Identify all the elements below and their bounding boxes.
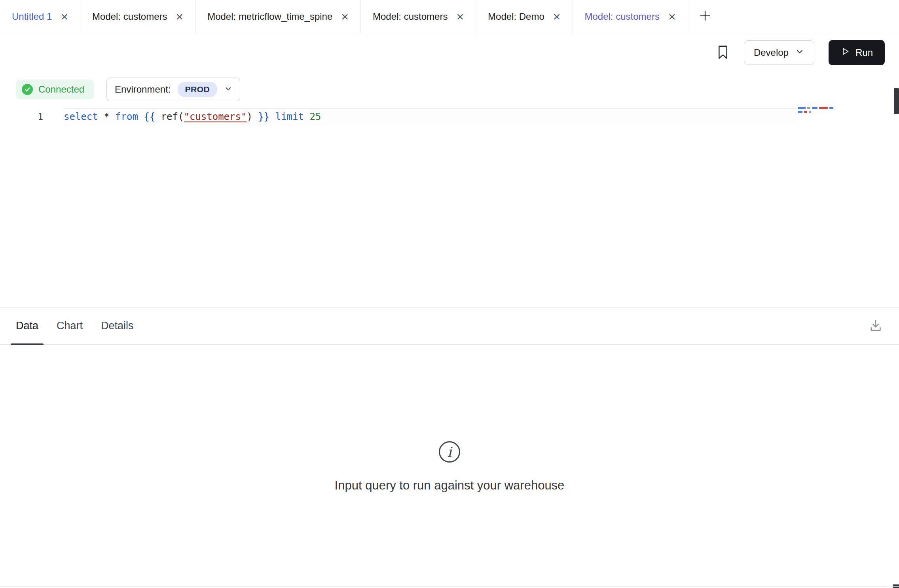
- code-token: "customers": [184, 111, 247, 122]
- code-token: ref(: [155, 111, 184, 122]
- tab-model-customers-1[interactable]: Model: customers ×: [80, 0, 195, 33]
- chevron-down-icon: [795, 47, 804, 59]
- code-token: limit: [275, 111, 304, 122]
- plus-icon: [699, 9, 711, 24]
- close-icon[interactable]: ×: [176, 10, 183, 23]
- results-tab-label: Details: [101, 320, 134, 332]
- minimap-mark: [829, 107, 833, 109]
- develop-button[interactable]: Develop: [744, 40, 814, 65]
- code-token: [304, 111, 309, 122]
- tab-bar: Untitled 1 × Model: customers × Model: m…: [0, 0, 899, 33]
- scrollbar-thumb[interactable]: [894, 88, 899, 114]
- close-icon[interactable]: ×: [668, 10, 676, 23]
- svg-text:i: i: [448, 444, 453, 460]
- environment-selector[interactable]: Environment: PROD: [106, 78, 240, 101]
- new-tab-button[interactable]: [688, 0, 722, 33]
- bookmark-icon: [716, 45, 730, 61]
- tab-label: Untitled 1: [12, 11, 52, 22]
- minimap-mark: [798, 111, 802, 113]
- code-token: {{: [144, 111, 155, 122]
- connection-status-label: Connected: [38, 84, 84, 95]
- code-line[interactable]: 1 select * from {{ ref("customers") }} l…: [0, 108, 899, 125]
- tab-data[interactable]: Data: [16, 307, 38, 344]
- info-icon: i: [438, 440, 461, 465]
- run-button[interactable]: Run: [829, 40, 885, 65]
- tab-details[interactable]: Details: [101, 307, 134, 344]
- close-icon[interactable]: ×: [553, 10, 561, 23]
- line-number: 1: [0, 108, 64, 125]
- code-token: select: [64, 111, 98, 122]
- results-empty-state: i Input query to run against your wareho…: [0, 345, 899, 588]
- check-icon: [22, 84, 33, 95]
- tab-model-customers-2[interactable]: Model: customers ×: [361, 0, 476, 33]
- minimap-mark: [809, 111, 811, 113]
- bookmark-button[interactable]: [716, 45, 730, 61]
- tab-model-customers-3[interactable]: Model: customers ×: [573, 0, 688, 33]
- close-icon[interactable]: ×: [341, 10, 349, 23]
- minimap-row: [798, 107, 836, 109]
- tab-model-demo[interactable]: Model: Demo ×: [476, 0, 573, 33]
- status-bar: Connected Environment: PROD: [0, 72, 899, 107]
- code-token: }}: [258, 111, 269, 122]
- minimap-mark: [798, 107, 806, 109]
- tab-model-metricflow-time-spine[interactable]: Model: metricflow_time_spine ×: [195, 0, 361, 33]
- code-text[interactable]: select * from {{ ref("customers") }} lim…: [64, 108, 798, 125]
- tab-label: Model: Demo: [488, 11, 544, 22]
- minimap-mark: [807, 107, 810, 109]
- connection-status-badge: Connected: [16, 80, 94, 99]
- code-token: 25: [309, 111, 321, 122]
- code-token: ): [247, 111, 258, 122]
- code-token: [138, 111, 144, 122]
- run-button-label: Run: [855, 47, 873, 58]
- results-tab-bar: Data Chart Details: [0, 307, 899, 345]
- code-editor[interactable]: 1 select * from {{ ref("customers") }} l…: [0, 107, 899, 307]
- ide-page: Untitled 1 × Model: customers × Model: m…: [0, 0, 899, 588]
- minimap-row: [798, 111, 836, 113]
- toolbar: Develop Run: [0, 33, 899, 72]
- tab-label: Model: metricflow_time_spine: [207, 11, 332, 22]
- code-token: *: [98, 111, 115, 122]
- close-icon[interactable]: ×: [456, 10, 464, 23]
- bottom-divider: [0, 586, 899, 587]
- download-icon: [869, 319, 882, 333]
- editor-minimap[interactable]: [798, 107, 836, 113]
- tab-untitled-1[interactable]: Untitled 1 ×: [0, 0, 80, 33]
- close-icon[interactable]: ×: [61, 10, 68, 23]
- code-token: from: [115, 111, 138, 122]
- minimap-mark: [804, 111, 807, 113]
- tab-chart[interactable]: Chart: [57, 307, 83, 344]
- download-button[interactable]: [869, 319, 882, 333]
- empty-state-message: Input query to run against your warehous…: [335, 478, 565, 493]
- environment-label: Environment:: [115, 84, 171, 95]
- minimap-mark: [819, 107, 828, 109]
- environment-value-badge: PROD: [178, 82, 217, 97]
- results-tab-label: Chart: [57, 320, 83, 332]
- chevron-down-icon: [224, 84, 233, 95]
- develop-button-label: Develop: [754, 47, 789, 58]
- results-tab-label: Data: [16, 320, 38, 332]
- minimap-mark: [812, 107, 817, 109]
- code-token: [269, 111, 275, 122]
- tab-label: Model: customers: [92, 11, 167, 22]
- tab-label: Model: customers: [585, 11, 660, 22]
- tab-label: Model: customers: [373, 11, 448, 22]
- results-panel: Data Chart Details i Input query to r: [0, 307, 899, 588]
- play-icon: [840, 47, 850, 59]
